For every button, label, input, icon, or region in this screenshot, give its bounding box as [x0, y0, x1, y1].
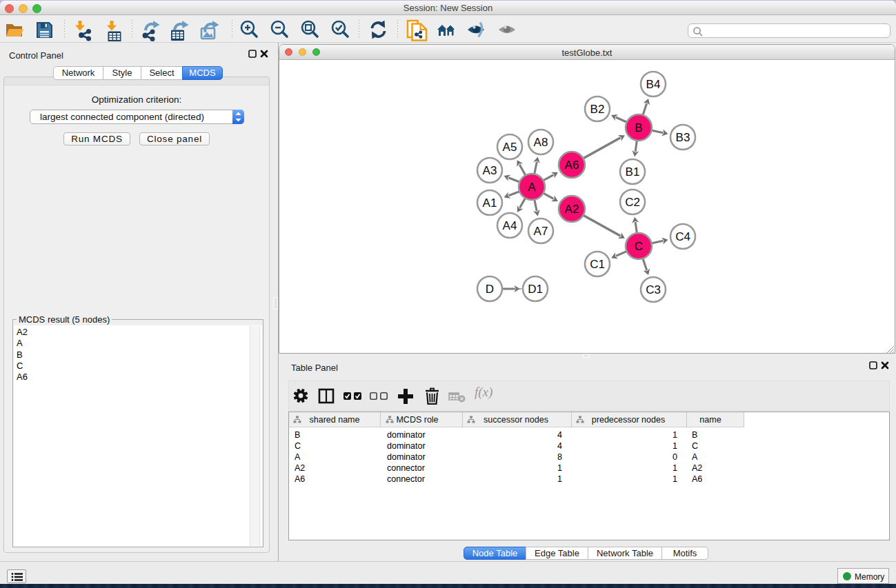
svg-text:B3: B3	[676, 131, 690, 144]
svg-text:D1: D1	[528, 283, 543, 296]
svg-text:C1: C1	[590, 258, 605, 271]
svg-text:A7: A7	[534, 225, 548, 238]
svg-text:C3: C3	[646, 283, 661, 296]
svg-text:A8: A8	[534, 136, 548, 149]
svg-text:A3: A3	[483, 164, 497, 177]
svg-text:C: C	[635, 240, 643, 253]
svg-text:C2: C2	[625, 196, 640, 209]
svg-text:B1: B1	[626, 165, 640, 179]
svg-text:B2: B2	[590, 103, 605, 116]
svg-text:A6: A6	[565, 159, 579, 172]
svg-text:A4: A4	[503, 219, 517, 232]
svg-text:B4: B4	[646, 78, 661, 91]
svg-text:C4: C4	[675, 230, 690, 243]
svg-text:B: B	[635, 121, 642, 134]
svg-text:A2: A2	[565, 203, 579, 216]
svg-text:A: A	[528, 181, 536, 194]
svg-text:A1: A1	[483, 196, 497, 210]
svg-text:D: D	[486, 283, 494, 296]
svg-text:A5: A5	[503, 141, 517, 154]
